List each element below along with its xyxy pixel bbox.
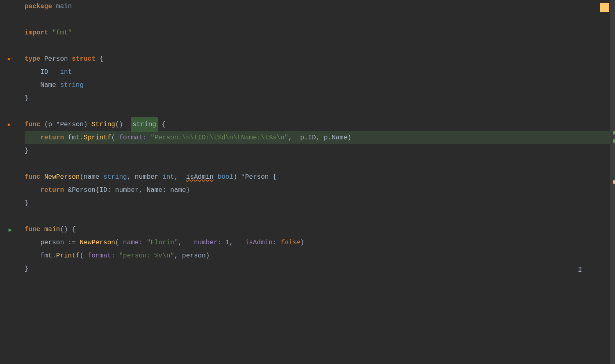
code-line-20: fmt.Printf( format: "person: %v\n", pers…: [25, 249, 615, 262]
code-line-4: [25, 39, 615, 52]
method-sprintf: Sprintf: [84, 131, 111, 144]
type-bool: bool: [218, 171, 233, 184]
editor-container: ●↑ ●↑ ▶: [0, 0, 615, 364]
code-line-9: [25, 105, 615, 118]
gutter-line-18[interactable]: ▶: [0, 223, 20, 236]
code-line-6: ID int: [25, 66, 615, 79]
param-format-1: format:: [119, 131, 146, 144]
gutter-line-5[interactable]: ●↑: [0, 52, 20, 66]
gutter-line-15: [0, 184, 20, 197]
keyword-func-3: func: [25, 171, 40, 184]
gutter-line-4: [0, 39, 20, 52]
code-line-8: }: [25, 92, 615, 105]
string-sprintf-format: "Person:\n\tID:\t%d\n\tName:\t%s\n": [150, 131, 288, 144]
gutter: ●↑ ●↑ ▶: [0, 0, 20, 364]
type-int-param: int: [162, 171, 174, 184]
gutter-line-19: [0, 236, 20, 249]
scrollbar-marker-green-2: [613, 139, 615, 143]
code-line-21: }: [25, 262, 615, 275]
scrollbar-marker-yellow: [613, 180, 615, 184]
arrow-up-orange-icon-1: ●↑: [7, 56, 14, 62]
gutter-line-8: [0, 92, 20, 105]
keyword-import: import: [25, 26, 48, 39]
gutter-line-2: [0, 13, 20, 26]
text-cursor: I: [578, 266, 582, 274]
method-string: String: [91, 118, 115, 131]
string-fmt: "fmt": [52, 26, 72, 39]
keyword-package: package: [25, 0, 52, 13]
gutter-line-6: [0, 66, 20, 79]
method-main: main: [44, 223, 60, 236]
gutter-line-3: [0, 26, 20, 39]
gutter-line-7: [0, 79, 20, 92]
code-line-14: func NewPerson(name string, number int, …: [25, 171, 615, 184]
method-newperson: NewPerson: [44, 171, 80, 184]
type-string-param: string: [103, 171, 127, 184]
bool-false: false: [280, 236, 300, 249]
keyword-return-2: return: [40, 184, 64, 197]
gutter-line-13: [0, 157, 20, 171]
code-line-19: person := NewPerson( name: "Florin", num…: [25, 236, 615, 249]
param-format-2: format:: [88, 249, 115, 262]
string-printf-format: "person: %v\n": [119, 249, 174, 262]
code-line-10: func (p *Person) String() string {: [25, 118, 615, 131]
code-line-3: import "fmt": [25, 26, 615, 39]
run-green-icon: ▶: [9, 226, 12, 233]
call-newperson: NewPerson: [80, 236, 115, 249]
scrollbar[interactable]: [610, 0, 615, 364]
param-isadmin: isAdmin: [186, 171, 214, 184]
string-florin: "Florin": [147, 236, 178, 249]
code-area[interactable]: package main import "fmt" type Person st…: [20, 0, 615, 364]
param-number-label: number:: [194, 236, 221, 249]
gutter-line-20: [0, 249, 20, 262]
code-line-1: package main: [25, 0, 615, 13]
gutter-line-21: [0, 262, 20, 275]
code-line-16: }: [25, 197, 615, 210]
code-line-11: return fmt.Sprintf( format: "Person:\n\t…: [25, 131, 615, 144]
code-line-2: [25, 13, 615, 26]
scrollbar-marker-green-1: [613, 131, 615, 134]
param-isadmin-label: isAdmin:: [245, 236, 277, 249]
gutter-line-17: [0, 210, 20, 223]
code-line-17: [25, 210, 615, 223]
keyword-func-2: func: [25, 118, 40, 131]
gutter-line-9: [0, 105, 20, 118]
code-line-18: func main() {: [25, 223, 615, 236]
type-int-id: int: [60, 66, 72, 79]
keyword-return-1: return: [40, 131, 64, 144]
gutter-line-11: [0, 131, 20, 144]
gutter-line-1: [0, 0, 20, 13]
code-line-13: [25, 157, 615, 171]
type-string-name: string: [60, 79, 84, 92]
code-line-15: return &Person{ID: number, Name: name}: [25, 184, 615, 197]
method-printf: Printf: [56, 249, 80, 262]
return-type-string: string: [131, 117, 158, 132]
keyword-struct: struct: [72, 52, 96, 66]
keyword-type: type: [25, 52, 40, 66]
gutter-line-10[interactable]: ●↑: [0, 118, 20, 131]
code-line-12: }: [25, 144, 615, 157]
gutter-line-16: [0, 197, 20, 210]
code-line-7: Name string: [25, 79, 615, 92]
keyword-func-main: func: [25, 223, 40, 236]
arrow-up-orange-icon-2: ●↑: [7, 122, 14, 128]
gutter-line-14: [0, 171, 20, 184]
gutter-line-12: [0, 144, 20, 157]
param-name-label: name:: [123, 236, 143, 249]
code-line-5: type Person struct {: [25, 52, 615, 66]
